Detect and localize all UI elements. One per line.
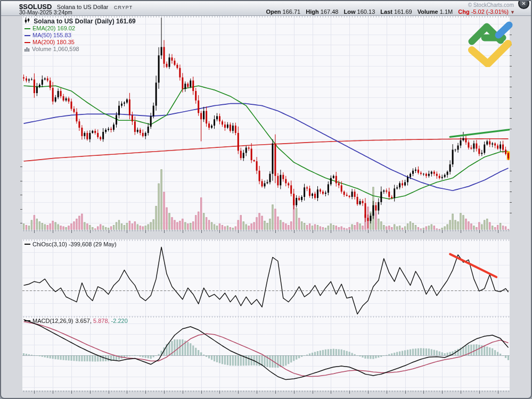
chart-canvas bbox=[1, 1, 532, 399]
open-label: Open bbox=[266, 9, 281, 15]
macd-hist-value: -2.220 bbox=[111, 318, 128, 324]
macd-legend: MACD(12,26,9) 3.657, 5.878, -2.220 bbox=[24, 318, 128, 324]
volume-bars-icon bbox=[24, 47, 30, 52]
ma50-swatch-icon bbox=[24, 35, 30, 36]
high-label: High bbox=[306, 9, 318, 15]
price-legend: Solana to US Dollar (Daily) 161.69 EMA(2… bbox=[24, 18, 136, 53]
macd-swatch-icon bbox=[24, 320, 30, 321]
macd-legend-name: MACD(12,26,9) bbox=[32, 318, 73, 324]
open-value: 166.71 bbox=[283, 9, 301, 15]
copyright: © StockCharts.com bbox=[468, 2, 514, 8]
chart-header: $SOLUSD Solana to US Dollar CRYPT 30-May… bbox=[1, 1, 531, 16]
ma50-legend: MA(50) 155.83 bbox=[24, 32, 136, 39]
chg-label: Chg bbox=[458, 9, 469, 15]
high-value: 167.48 bbox=[321, 9, 339, 15]
price-legend-title: Solana to US Dollar (Daily) 161.69 bbox=[34, 18, 135, 25]
stockcharts-window: $SOLUSD Solana to US Dollar CRYPT 30-May… bbox=[0, 0, 532, 399]
exchange-tag: CRYPT bbox=[114, 5, 133, 10]
volume-value: 1.1M bbox=[440, 9, 453, 15]
ema20-legend: EMA(20) 169.02 bbox=[24, 25, 136, 32]
last-label: Last bbox=[380, 9, 392, 15]
price-legend-title-row: Solana to US Dollar (Daily) 161.69 bbox=[24, 18, 136, 25]
volume-legend-label: Volume 1,060,598 bbox=[32, 46, 79, 53]
litefinance-logo bbox=[466, 21, 515, 67]
chart-datetime: 30-May-2025 3:24pm bbox=[19, 9, 72, 15]
low-value: 160.13 bbox=[357, 9, 375, 15]
volume-label: Volume bbox=[418, 9, 438, 15]
ema20-legend-label: EMA(20) 169.02 bbox=[32, 25, 75, 32]
chiosc-legend: ChiOsc(3,10) -399,608 (29 May) bbox=[24, 241, 117, 247]
ma200-legend-label: MA(200) 180.35 bbox=[32, 39, 75, 46]
close-button[interactable]: ✕ bbox=[518, 0, 529, 9]
low-label: Low bbox=[344, 9, 356, 15]
last-value: 161.69 bbox=[394, 9, 412, 15]
chiosc-legend-label: ChiOsc(3,10) -399,608 (29 May) bbox=[32, 241, 117, 247]
ema20-swatch-icon bbox=[24, 28, 30, 29]
ma200-swatch-icon bbox=[24, 42, 30, 43]
chg-value: -5.02 (-3.01%) bbox=[471, 9, 509, 15]
chiosc-swatch-icon bbox=[24, 244, 30, 245]
macd-signal-value: 5.878, bbox=[93, 318, 110, 324]
macd-value: 3.657, bbox=[75, 318, 92, 324]
volume-legend: Volume 1,060,598 bbox=[24, 46, 136, 53]
quote-dropdown-icon[interactable]: ▼ bbox=[510, 10, 515, 15]
ma50-legend-label: MA(50) 155.83 bbox=[32, 32, 71, 39]
quote-row: Open 166.71 High 167.48 Low 160.13 Last … bbox=[262, 9, 515, 15]
chart-type-icon bbox=[24, 18, 30, 23]
ma200-legend: MA(200) 180.35 bbox=[24, 39, 136, 46]
